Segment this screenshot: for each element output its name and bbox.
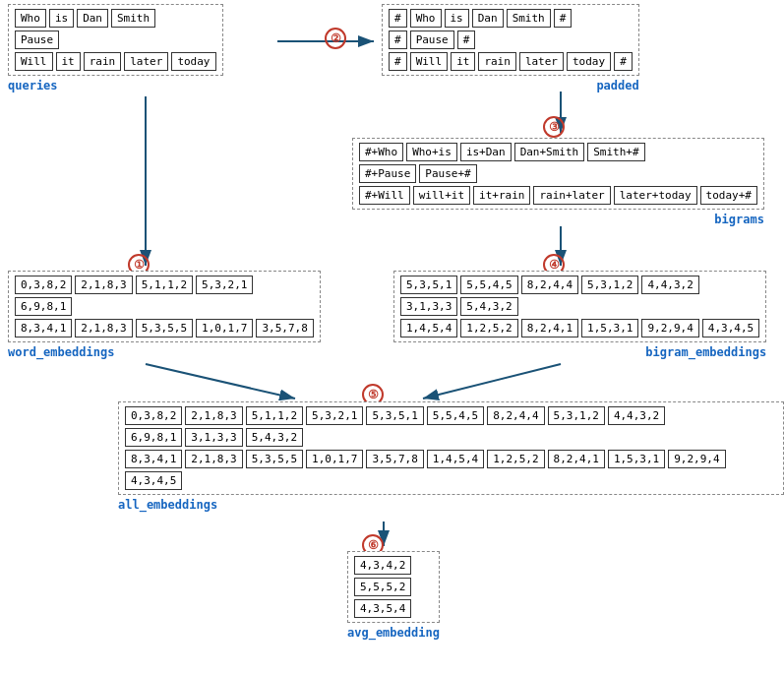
cell: rain — [478, 52, 516, 71]
cell: 4,3,5,4 — [354, 599, 411, 618]
padded-label: padded — [382, 79, 639, 92]
cell: 5,3,1,2 — [581, 276, 638, 294]
cell: 4,3,4,2 — [354, 556, 411, 575]
cell: Who+is — [406, 143, 457, 161]
cell: today+# — [700, 186, 757, 205]
cell: 5,4,3,2 — [460, 297, 517, 316]
avg-row-3: 4,3,5,4 — [354, 599, 411, 618]
svg-line-6 — [423, 364, 561, 399]
cell: 8,2,4,1 — [521, 319, 578, 338]
cell: 5,3,5,5 — [246, 450, 303, 468]
ae-row-2: 6,9,8,1 3,1,3,3 5,4,3,2 — [125, 428, 777, 447]
cell: 3,1,3,3 — [400, 297, 457, 316]
word-embeddings-section: 0,3,8,2 2,1,8,3 5,1,1,2 5,3,2,1 6,9,8,1 … — [8, 271, 321, 359]
we-row-3: 8,3,4,1 2,1,8,3 5,3,5,5 1,0,1,7 3,5,7,8 — [15, 319, 314, 338]
padded-row-2: # Pause # — [389, 31, 633, 49]
step-3: ③ — [543, 116, 565, 138]
all-embeddings-label: all_embeddings — [118, 498, 784, 512]
cell: # — [614, 52, 633, 71]
cell: Smith — [507, 9, 551, 28]
cell: 5,1,1,2 — [136, 276, 193, 294]
bigrams-section: #+Who Who+is is+Dan Dan+Smith Smith+# #+… — [352, 138, 764, 226]
cell: 5,5,5,2 — [354, 578, 411, 596]
cell: is — [49, 9, 74, 28]
cell: 0,3,8,2 — [125, 406, 182, 425]
queries-section: Who is Dan Smith Pause Will it rain late… — [8, 4, 223, 92]
cell: 2,1,8,3 — [185, 406, 242, 425]
cell: 1,2,5,2 — [487, 450, 544, 468]
cell: rain+later — [533, 186, 610, 205]
cell: 5,5,4,5 — [460, 276, 517, 294]
cell: later+today — [614, 186, 697, 205]
padded-section: # Who is Dan Smith # # Pause # # Will it… — [382, 4, 639, 92]
avg-embedding-box: 4,3,4,2 5,5,5,2 4,3,5,4 — [347, 551, 440, 623]
bigram-embeddings-section: 5,3,5,1 5,5,4,5 8,2,4,4 5,3,1,2 4,4,3,2 … — [393, 271, 766, 359]
bigrams-row-3: #+Will will+it it+rain rain+later later+… — [359, 186, 757, 205]
bigrams-row-2: #+Pause Pause+# — [359, 164, 757, 183]
all-embeddings-box: 0,3,8,2 2,1,8,3 5,1,1,2 5,3,2,1 5,3,5,1 … — [118, 401, 784, 495]
avg-row-1: 4,3,4,2 — [354, 556, 411, 575]
avg-row-2: 5,5,5,2 — [354, 578, 411, 596]
cell: Pause — [15, 31, 59, 49]
cell: Dan+Smith — [514, 143, 585, 161]
cell: #+Will — [359, 186, 410, 205]
cell: 1,4,5,4 — [400, 319, 457, 338]
cell: 8,2,4,1 — [548, 450, 605, 468]
cell: 3,5,7,8 — [366, 450, 423, 468]
cell: Pause+# — [419, 164, 476, 183]
step-2: ② — [325, 28, 346, 49]
cell: Who — [15, 9, 46, 28]
cell: 1,5,3,1 — [581, 319, 638, 338]
we-row-2: 6,9,8,1 — [15, 297, 314, 316]
cell: 5,3,5,1 — [400, 276, 457, 294]
all-embeddings-section: 0,3,8,2 2,1,8,3 5,1,1,2 5,3,2,1 5,3,5,1 … — [118, 401, 784, 512]
cell: # — [457, 31, 476, 49]
cell: today — [567, 52, 611, 71]
cell: #+Who — [359, 143, 403, 161]
cell: Dan — [77, 9, 108, 28]
cell: will+it — [413, 186, 470, 205]
cell: 2,1,8,3 — [185, 450, 242, 468]
padded-row-3: # Will it rain later today # — [389, 52, 633, 71]
queries-row-1: Who is Dan Smith — [15, 9, 216, 28]
cell: it+rain — [473, 186, 530, 205]
cell: 8,3,4,1 — [15, 319, 72, 338]
bigrams-box: #+Who Who+is is+Dan Dan+Smith Smith+# #+… — [352, 138, 764, 210]
cell: 5,3,1,2 — [548, 406, 605, 425]
cell: 9,2,9,4 — [668, 450, 725, 468]
cell: 4,3,4,5 — [702, 319, 759, 338]
cell: 5,3,5,5 — [136, 319, 193, 338]
cell: 8,2,4,4 — [521, 276, 578, 294]
cell: 9,2,9,4 — [641, 319, 698, 338]
cell: Who — [410, 9, 442, 28]
cell: Will — [15, 52, 53, 71]
cell: 2,1,8,3 — [75, 319, 132, 338]
ae-row-3: 8,3,4,1 2,1,8,3 5,3,5,5 1,0,1,7 3,5,7,8 … — [125, 450, 777, 490]
cell: 6,9,8,1 — [125, 428, 182, 447]
cell: 5,3,2,1 — [196, 276, 253, 294]
ae-row-1: 0,3,8,2 2,1,8,3 5,1,1,2 5,3,2,1 5,3,5,1 … — [125, 406, 777, 425]
we-row-1: 0,3,8,2 2,1,8,3 5,1,1,2 5,3,2,1 — [15, 276, 314, 294]
bigrams-label: bigrams — [352, 213, 764, 226]
cell: 1,0,1,7 — [196, 319, 253, 338]
cell: 4,4,3,2 — [608, 406, 665, 425]
queries-row-2: Pause — [15, 31, 216, 49]
bigram-embeddings-label: bigram_embeddings — [393, 345, 766, 359]
cell: is — [445, 9, 469, 28]
padded-box: # Who is Dan Smith # # Pause # # Will it… — [382, 4, 639, 76]
queries-row-3: Will it rain later today — [15, 52, 216, 71]
cell: later — [124, 52, 168, 71]
avg-embedding-section: 4,3,4,2 5,5,5,2 4,3,5,4 avg_embedding — [347, 551, 440, 640]
cell: 5,3,2,1 — [306, 406, 363, 425]
cell: 3,1,3,3 — [185, 428, 242, 447]
cell: Smith — [111, 9, 155, 28]
cell: # — [389, 52, 407, 71]
cell: 4,3,4,5 — [125, 471, 182, 490]
be-row-2: 3,1,3,3 5,4,3,2 — [400, 297, 759, 316]
word-embeddings-box: 0,3,8,2 2,1,8,3 5,1,1,2 5,3,2,1 6,9,8,1 … — [8, 271, 321, 342]
cell: 4,4,3,2 — [641, 276, 698, 294]
cell: later — [519, 52, 564, 71]
cell: 3,5,7,8 — [256, 319, 313, 338]
cell: it — [451, 52, 475, 71]
cell: Pause — [410, 31, 454, 49]
